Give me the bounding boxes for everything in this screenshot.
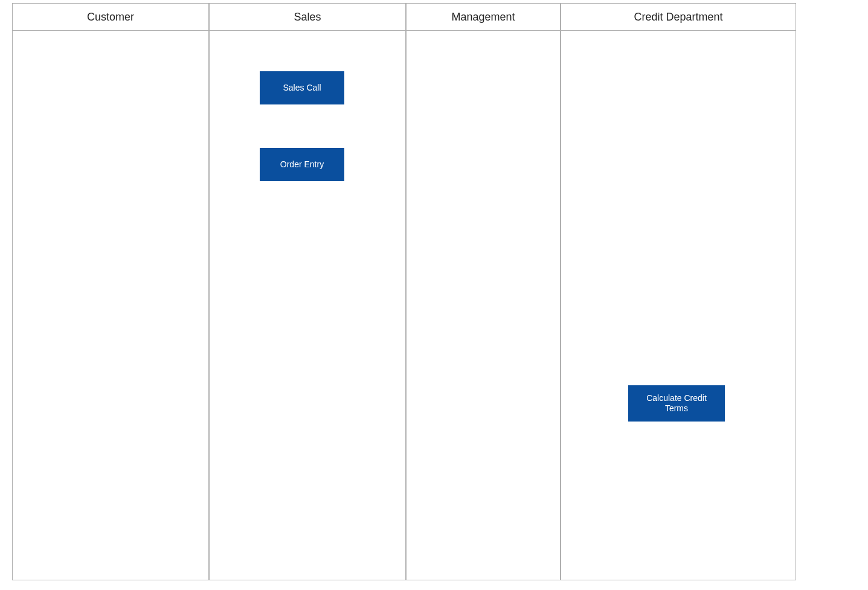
lane-header-credit: Credit Department xyxy=(561,3,796,31)
swimlane-flowchart: Buy ProductCredit FormOrder FormCredit C… xyxy=(0,0,868,590)
lane-body-credit xyxy=(561,31,796,580)
lane-header-management: Management xyxy=(406,3,561,31)
lane-body-customer xyxy=(12,31,209,580)
lane-header-customer: Customer xyxy=(12,3,209,31)
lane-body-sales xyxy=(209,31,406,580)
lane-header-sales: Sales xyxy=(209,3,406,31)
process-calc_terms: Calculate CreditTerms xyxy=(628,385,725,422)
process-sales_call: Sales Call xyxy=(260,71,344,104)
lane-body-management xyxy=(406,31,561,580)
process-order_entry: Order Entry xyxy=(260,148,344,181)
